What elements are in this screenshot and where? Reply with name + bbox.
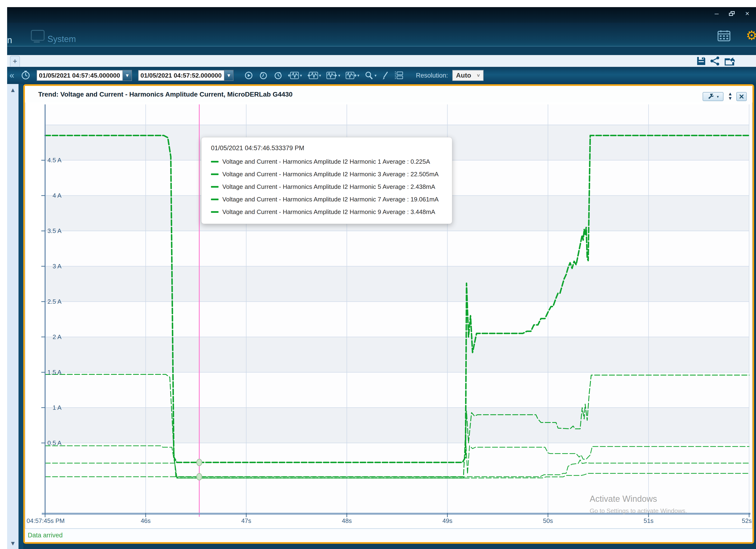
y-tick-label: 3.5 A (41, 227, 61, 235)
status-message: Data arrived (28, 532, 63, 539)
chevron-down-icon[interactable]: ▾ (374, 73, 377, 78)
trend-toolbar: « ▼ ▼ ▾▾▾▾▾ Resolution: Auto (7, 67, 756, 84)
y-tick-label: 3 A (41, 263, 61, 270)
chevron-down-icon[interactable]: ▾ (357, 73, 359, 78)
history-forward-icon (273, 71, 283, 79)
wrench-icon (707, 94, 714, 99)
series-dash-icon (211, 211, 219, 213)
activate-windows-watermark: Activate Windows Go to Settings to activ… (590, 494, 687, 515)
series-dash-icon (211, 186, 219, 188)
zoom-icon (364, 71, 373, 80)
play-icon (244, 71, 253, 79)
start-time-field: ▼ (37, 70, 132, 81)
step-left-button[interactable]: ▾ (306, 71, 323, 80)
y-tick-label: 4.5 A (41, 157, 61, 164)
legend-icon (394, 71, 404, 80)
export-icon[interactable] (724, 56, 735, 66)
tooltip-series-row: Voltage and Current - Harmonics Amplitud… (211, 196, 444, 203)
panel-gutter (19, 84, 23, 549)
pan-right-icon (345, 72, 356, 79)
tooltip-series-row: Voltage and Current - Harmonics Amplitud… (211, 158, 444, 165)
step-left-icon (307, 72, 318, 79)
x-tick-label: 48s (342, 517, 352, 525)
start-time-input[interactable] (37, 70, 122, 81)
screenshot-root: – × n System ⚙ (0, 0, 756, 549)
chevron-down-icon[interactable]: ▾ (338, 73, 340, 78)
share-icon[interactable] (710, 56, 720, 66)
chevron-down-icon[interactable]: ▾ (300, 73, 302, 78)
plot-band (45, 266, 749, 302)
pan-left-button[interactable]: ▾ (287, 71, 303, 80)
series-dash-icon (211, 173, 219, 175)
calendar-icon[interactable] (718, 30, 730, 42)
scroll-down-icon[interactable]: ▼ (7, 540, 19, 547)
trend-title: Trend: Voltage and Current - Harmonics A… (38, 91, 293, 98)
resolution-label: Resolution: (416, 72, 448, 79)
tooltip-series-row: Voltage and Current - Harmonics Amplitud… (211, 208, 444, 216)
history-back-button[interactable] (257, 70, 270, 80)
restore-icon[interactable] (729, 11, 735, 16)
app-window: – × n System ⚙ (7, 7, 756, 549)
end-time-dropdown[interactable]: ▼ (224, 70, 233, 81)
gear-icon[interactable]: ⚙ (746, 28, 756, 43)
scroll-up-icon[interactable]: ▲ (7, 86, 19, 94)
tooltip-timestamp: 01/05/2021 04:57:46.533379 PM (211, 144, 444, 152)
x-tick-label: 50s (543, 517, 553, 525)
cursor-marker (197, 473, 202, 480)
chart-tooltip: 01/05/2021 04:57:46.533379 PM Voltage an… (201, 137, 452, 224)
watermark-line2: Go to Settings to activate Windows. (590, 507, 687, 515)
toolbar-icon-group: ▾▾▾▾▾ (243, 70, 405, 81)
chevron-down-icon: ▾ (717, 94, 719, 99)
end-time-input[interactable] (138, 70, 224, 81)
x-tick-label: 51s (644, 517, 653, 525)
y-tick-label: 2.5 A (41, 298, 61, 305)
window-titlebar: – × (7, 7, 756, 23)
zoom-button[interactable]: ▾ (363, 70, 378, 81)
resolution-select[interactable]: Auto ˅ (452, 70, 484, 81)
y-tick-label: 0.5 A (41, 439, 61, 447)
start-time-dropdown[interactable]: ▼ (122, 70, 132, 81)
chevron-down-icon: ˅ (477, 73, 480, 78)
step-right-button[interactable]: ▾ (325, 71, 342, 80)
sort-down-icon: ▼ (728, 96, 733, 101)
legend-button[interactable] (393, 70, 405, 81)
step-right-icon (326, 72, 337, 79)
tooltip-series-row: Voltage and Current - Harmonics Amplitud… (211, 183, 444, 191)
vertical-scrollbar[interactable]: ▲ ▼ (7, 84, 19, 549)
watermark-line1: Activate Windows (590, 494, 687, 504)
tooltip-series-row: Voltage and Current - Harmonics Amplitud… (211, 171, 444, 178)
history-forward-button[interactable] (272, 70, 284, 80)
save-icon[interactable] (696, 56, 706, 66)
pan-right-button[interactable]: ▾ (344, 71, 361, 80)
plot-band (45, 337, 749, 372)
trend-panel-header: Trend: Voltage and Current - Harmonics A… (25, 86, 752, 102)
system-monitor-icon[interactable] (31, 30, 45, 41)
resolution-value: Auto (456, 72, 471, 79)
measure-button[interactable] (380, 70, 390, 81)
y-tick-label: 4 A (41, 192, 61, 199)
pan-left-icon (288, 72, 299, 79)
series-dash-icon (211, 199, 219, 200)
time-range-icon[interactable] (21, 70, 30, 81)
menu-item-partial[interactable]: n (7, 35, 12, 45)
history-back-icon (259, 71, 268, 79)
cursor-marker (197, 459, 202, 466)
collapse-panel-icon[interactable]: « (9, 70, 14, 80)
y-tick-label: 2 A (41, 333, 61, 341)
chevron-down-icon[interactable]: ▾ (319, 73, 321, 78)
trend-status-bar: Data arrived (25, 528, 752, 542)
x-tick-label: 49s (442, 517, 452, 525)
trend-collapse-toggle[interactable]: ▲ ▼ (728, 92, 733, 101)
play-button[interactable] (243, 70, 255, 80)
series-dash-icon (211, 161, 219, 163)
x-tick-label: 46s (141, 517, 151, 525)
close-icon[interactable]: × (745, 10, 749, 17)
menu-item-system[interactable]: System (47, 34, 76, 44)
minimize-icon[interactable]: – (715, 10, 719, 17)
menu-bar: n System ⚙ (7, 23, 756, 47)
trend-close-button[interactable]: ✕ (736, 92, 747, 101)
new-tab-button[interactable]: + (10, 56, 20, 67)
plot-band (45, 408, 749, 443)
y-tick-label: 1 A (41, 404, 61, 411)
trend-settings-button[interactable]: ▾ (703, 92, 723, 101)
